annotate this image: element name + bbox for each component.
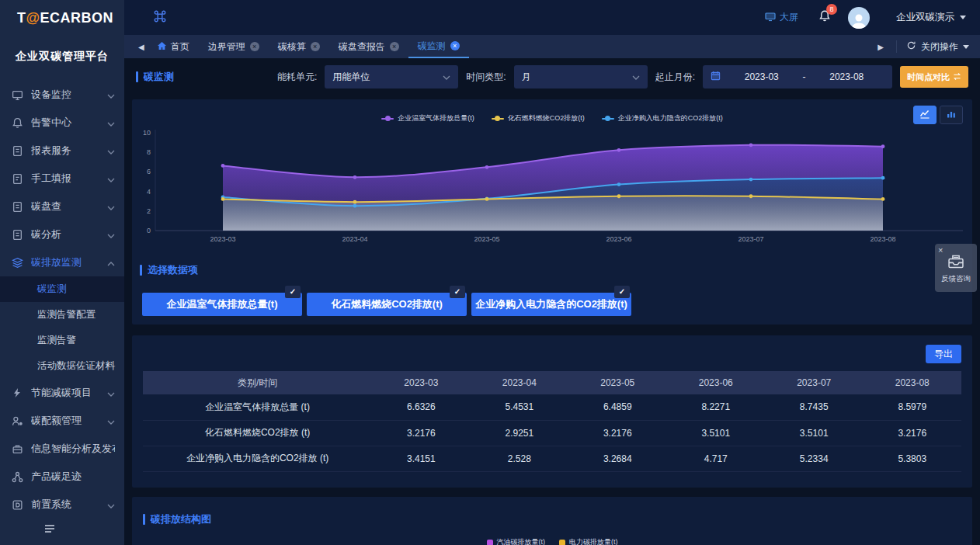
alarm-icon [11, 116, 23, 129]
sidebar: T@ECARBON 企业双碳管理平台 设备监控 告警中心 报表服务 手工填报 [0, 0, 124, 545]
close-icon[interactable]: × [311, 42, 320, 51]
sidebar-subitem-activity-evidence[interactable]: 活动数据佐证材料 [0, 353, 124, 379]
sidebar-subitem-label: 碳监测 [37, 283, 67, 296]
sidebar-item-manual-report[interactable]: 手工填报 [0, 165, 124, 193]
data-item-total-ghg-button[interactable]: 企业温室气体排放总量(t) ✓ [142, 293, 302, 316]
column-header: 类别/时间 [143, 371, 372, 394]
close-icon[interactable]: × [250, 42, 259, 51]
home-icon [157, 41, 167, 53]
export-button[interactable]: 导出 [926, 345, 961, 363]
sidebar-item-label: 信息智能分析及发布 [31, 442, 115, 456]
sidebar-item-front-system[interactable]: 前置系统 [0, 491, 124, 519]
time-compare-button[interactable]: 时间点对比 [900, 66, 968, 88]
svg-text:2: 2 [147, 207, 151, 215]
close-icon[interactable]: × [450, 41, 460, 50]
calendar-icon [711, 71, 721, 83]
sidebar-item-label: 节能减碳项目 [31, 386, 107, 400]
user-menu-label: 企业双碳演示 [896, 11, 954, 24]
close-operations-menu[interactable]: 关闭操作 [906, 40, 969, 54]
energy-unit-label: 能耗单元: [277, 71, 317, 84]
tab-carbon-accounting[interactable]: 碳核算 × [269, 35, 329, 58]
chevron-down-icon [107, 387, 115, 399]
tab-label: 碳盘查报告 [339, 40, 385, 54]
line-chart-toggle-button[interactable] [913, 106, 937, 124]
divider [896, 40, 897, 53]
sidebar-subitem-alarm-config[interactable]: 监测告警配置 [0, 302, 124, 328]
sidebar-item-report-service[interactable]: 报表服务 [0, 137, 124, 165]
sidebar-subitem-carbon-monitor[interactable]: 碳监测 [0, 276, 124, 302]
sidebar-item-alarm-center[interactable]: 告警中心 [0, 109, 124, 137]
refresh-icon [906, 40, 916, 53]
feedback-button[interactable]: 反馈咨询 [938, 254, 974, 284]
tabs-forward-icon[interactable]: ▶ [874, 43, 887, 51]
energy-unit-select[interactable]: 用能单位 [325, 65, 458, 89]
sidebar-item-carbon-analysis[interactable]: 碳分析 [0, 220, 124, 248]
cell-value: 3.4151 [372, 446, 470, 471]
cell-value: 5.2334 [765, 446, 863, 471]
close-icon[interactable]: × [938, 246, 974, 254]
tab-home[interactable]: 首页 [148, 35, 199, 58]
person-icon [850, 12, 868, 29]
sidebar-subitem-label: 活动数据佐证材料 [37, 359, 115, 373]
hamburger-icon [43, 523, 56, 536]
svg-text:10: 10 [143, 129, 151, 137]
structure-legend: 汽油碳排放量(t) 电力碳排放量(t) [143, 537, 961, 545]
tab-boundary-management[interactable]: 边界管理 × [199, 35, 269, 58]
sidebar-subitem-monitor-alarm[interactable]: 监测告警 [0, 328, 124, 353]
row-label: 企业净购入电力隐含的CO2排放 (t) [143, 446, 372, 471]
legend-item[interactable]: 企业温室气体排放总量(t) [381, 113, 474, 123]
cell-value: 8.5979 [863, 394, 961, 420]
legend-label: 汽油碳排放量(t) [497, 537, 546, 545]
cell-value: 5.3803 [863, 446, 961, 471]
chevron-down-icon [107, 89, 115, 101]
data-item-purchased-power-button[interactable]: 企业净购入电力隐含的CO2排放(t) ✓ [471, 293, 631, 316]
cell-value: 2.528 [471, 446, 568, 471]
big-screen-button[interactable]: 大屏 [765, 11, 798, 24]
sidebar-menu: 设备监控 告警中心 报表服务 手工填报 碳盘查 [0, 81, 124, 519]
tabs-back-icon[interactable]: ◀ [135, 35, 148, 58]
svg-text:2023-07: 2023-07 [738, 235, 763, 243]
devices-icon [11, 89, 23, 101]
apps-grid-icon[interactable] [154, 10, 166, 26]
svg-text:2023-08: 2023-08 [870, 235, 895, 243]
doc-icon [11, 200, 23, 213]
cell-value: 2.9251 [471, 420, 568, 446]
legend-marker [492, 116, 504, 121]
emission-structure-card: 碳排放结构图 汽油碳排放量(t) 电力碳排放量(t) [132, 497, 972, 545]
column-header: 2023-04 [471, 371, 568, 394]
chart-legend: 企业温室气体排放总量(t) 化石燃料燃烧CO2排放(t) 企业净购入电力隐含的C… [140, 99, 964, 123]
tab-carbon-monitor[interactable]: 碳监测 × [408, 35, 469, 58]
user-menu[interactable]: 企业双碳演示 [896, 11, 966, 24]
close-ops-label: 关闭操作 [921, 40, 958, 54]
user-avatar[interactable] [848, 7, 870, 29]
sidebar-collapse-button[interactable] [43, 523, 56, 537]
time-type-select[interactable]: 月 [514, 65, 648, 89]
sidebar-item-carbon-inventory[interactable]: 碳盘查 [0, 193, 124, 220]
sidebar-item-emission-monitor[interactable]: 碳排放监测 [0, 248, 124, 276]
sidebar-item-product-footprint[interactable]: 产品碳足迹 [0, 463, 124, 491]
sidebar-item-info-analysis-publish[interactable]: 信息智能分析及发布 [0, 435, 124, 463]
structure-section-title: 碳排放结构图 [143, 512, 961, 526]
sidebar-item-carbon-quota[interactable]: 碳配额管理 [0, 407, 124, 435]
sidebar-item-device-monitor[interactable]: 设备监控 [0, 81, 124, 109]
legend-item[interactable]: 汽油碳排放量(t) [487, 537, 546, 545]
legend-item[interactable]: 化石燃料燃烧CO2排放(t) [492, 113, 585, 123]
doc-icon [11, 228, 23, 241]
close-icon[interactable]: × [390, 42, 399, 51]
sidebar-item-energy-saving-project[interactable]: 节能减碳项目 [0, 379, 124, 407]
notification-badge: 8 [826, 4, 837, 15]
notification-bell-button[interactable]: 8 [818, 9, 831, 26]
legend-item[interactable]: 电力碳排放量(t) [559, 537, 618, 545]
tab-inventory-report[interactable]: 碳盘查报告 × [329, 35, 408, 58]
data-item-fossil-fuel-button[interactable]: 化石燃料燃烧CO2排放(t) ✓ [307, 293, 467, 316]
filters-group: 能耗单元: 用能单位 时间类型: 月 起止月份: 2023-03 - [277, 65, 968, 89]
tab-bar: ◀ 首页 边界管理 × 碳核算 × 碳盘查报告 × 碳监测 × ▶ [124, 35, 980, 58]
sidebar-item-label: 碳排放监测 [31, 255, 107, 269]
trend-area-chart: 02468102023-032023-042023-052023-062023-… [140, 127, 964, 251]
checked-icon: ✓ [614, 286, 630, 298]
legend-item[interactable]: 企业净购入电力隐含的CO2排放(t) [602, 113, 723, 123]
form-icon [11, 172, 23, 185]
bar-chart-toggle-button[interactable] [940, 106, 963, 124]
logo-text: T [17, 10, 26, 26]
month-range-picker[interactable]: 2023-03 - 2023-08 [703, 65, 892, 89]
